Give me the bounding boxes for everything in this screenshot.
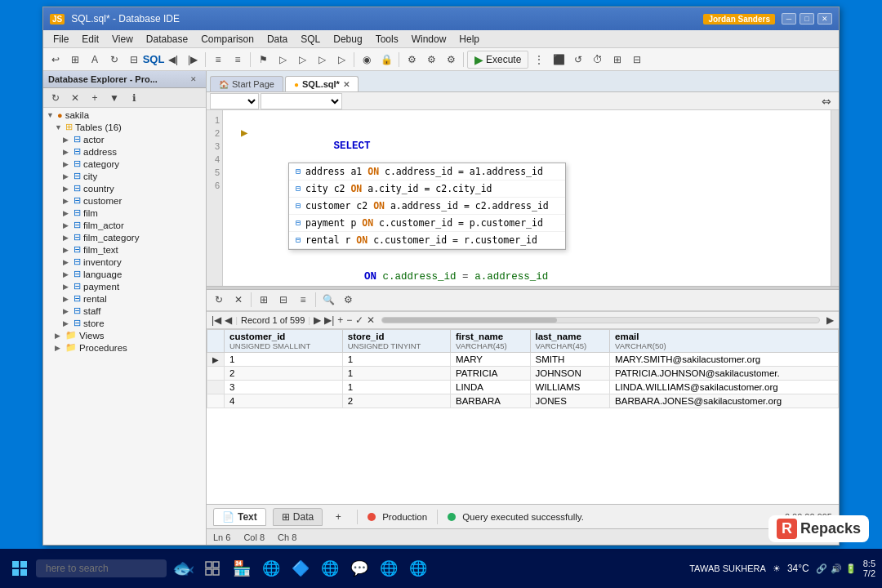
tab-text[interactable]: 📄 Text [213, 508, 266, 526]
taskbar-app-fish[interactable]: 🐟 [170, 555, 196, 581]
table-select[interactable] [261, 93, 342, 109]
menu-window[interactable]: Window [405, 32, 453, 47]
toolbar-align-left[interactable]: ≡ [209, 51, 227, 69]
toolbar-left-nav[interactable]: ◀| [164, 51, 182, 69]
ac-item-1[interactable]: ⊟ address a1 ON c.address_id = a1.addres… [289, 163, 565, 180]
toolbar-nav2[interactable]: ▷ [293, 51, 311, 69]
tree-table-film-text[interactable]: ▶ ⊟ film_text [61, 243, 204, 256]
toolbar-grid[interactable]: ⊟ [125, 51, 143, 69]
taskbar-search-input[interactable] [36, 559, 167, 577]
schema-select[interactable] [210, 93, 259, 109]
nav-scroll-right[interactable]: ▶ [826, 314, 834, 326]
nav-next[interactable]: ▶ [314, 314, 321, 326]
toolbar-exec-options[interactable]: ⋮ [530, 51, 548, 69]
menu-tools[interactable]: Tools [369, 32, 405, 47]
tree-table-film-actor[interactable]: ▶ ⊟ film_actor [61, 219, 204, 231]
tree-views[interactable]: ▶ 📁 Views [53, 329, 204, 341]
tree-table-payment[interactable]: ▶ ⊟ payment [61, 280, 204, 292]
toolbar-build2[interactable]: ⚙ [422, 51, 440, 69]
tab-data[interactable]: ⊞ Data [273, 508, 323, 526]
db-props[interactable]: ℹ [125, 89, 143, 107]
toolbar-new[interactable]: ↩ [47, 51, 65, 69]
results-refresh[interactable]: ↻ [210, 291, 228, 309]
taskbar-app-chrome2[interactable]: 🌐 [317, 555, 343, 581]
toolbar-build3[interactable]: ⚙ [442, 51, 460, 69]
menu-debug[interactable]: Debug [327, 32, 368, 47]
toolbar-table-view[interactable]: ⊟ [628, 51, 646, 69]
results-close[interactable]: ✕ [229, 291, 247, 309]
db-add[interactable]: + [86, 89, 104, 107]
table-row[interactable]: ▶ 1 1 MARY SMITH MARY.SMITH@sakilacustom… [207, 352, 839, 366]
db-explorer-close[interactable]: ✕ [186, 74, 201, 85]
results-table-view[interactable]: ⊟ [274, 291, 292, 309]
tab-start-page[interactable]: 🏠 Start Page [210, 76, 283, 91]
toolbar-lock[interactable]: 🔒 [377, 51, 395, 69]
sql-scrollbar[interactable] [831, 110, 839, 286]
menu-view[interactable]: View [105, 32, 140, 47]
menu-sql[interactable]: SQL [294, 32, 327, 47]
tree-table-address[interactable]: ▶ ⊟ address [61, 145, 204, 158]
toolbar-right-nav[interactable]: |▶ [184, 51, 202, 69]
toolbar-history[interactable]: ⏱ [589, 51, 607, 69]
toolbar-build1[interactable]: ⚙ [403, 51, 421, 69]
tree-table-inventory[interactable]: ▶ ⊟ inventory [61, 256, 204, 268]
toolbar-stop[interactable]: ◉ [358, 51, 376, 69]
minimize-button[interactable]: ─ [782, 13, 796, 24]
taskbar-app-whatsapp[interactable]: 💬 [346, 555, 372, 581]
toolbar-open[interactable]: ⊞ [66, 51, 84, 69]
menu-file[interactable]: File [47, 32, 75, 47]
toolbar-align-right[interactable]: ≡ [229, 51, 247, 69]
tree-tables[interactable]: ▼ ⊞ Tables (16) [53, 121, 204, 133]
menu-comparison[interactable]: Comparison [194, 32, 261, 47]
tab-sql[interactable]: ● SQL.sql* ✕ [285, 76, 359, 91]
toolbar-save[interactable]: A [86, 51, 104, 69]
toolbar-nav3[interactable]: ▷ [313, 51, 331, 69]
close-button[interactable]: ✕ [817, 13, 832, 24]
menu-data[interactable]: Data [261, 32, 294, 47]
db-filter[interactable]: ▼ [105, 89, 123, 107]
tree-table-staff[interactable]: ▶ ⊟ staff [61, 305, 204, 317]
taskbar-app-chrome4[interactable]: 🌐 [405, 555, 431, 581]
nav-last[interactable]: ▶| [324, 314, 334, 326]
nav-apply[interactable]: ✓ [355, 314, 363, 326]
h-scrollbar-track[interactable] [381, 317, 820, 323]
tree-table-country[interactable]: ▶ ⊟ country [61, 182, 204, 194]
toolbar-bookmark[interactable]: ⚑ [254, 51, 272, 69]
results-flat-view[interactable]: ≡ [294, 291, 312, 309]
toolbar-stop-exec[interactable]: ⬛ [550, 51, 568, 69]
nav-cancel[interactable]: ✕ [367, 314, 375, 326]
tree-table-film-category[interactable]: ▶ ⊟ film_category [61, 231, 204, 243]
menu-help[interactable]: Help [452, 32, 486, 47]
tree-table-actor[interactable]: ▶ ⊟ actor [61, 133, 204, 145]
ac-item-5[interactable]: ⊟ rental r ON c.customer_id = r.customer… [289, 232, 565, 249]
results-filter[interactable]: ⚙ [339, 291, 357, 309]
sql-text-area[interactable]: ▶ SELECT FROM customer c JOIN address a [223, 110, 831, 286]
menu-database[interactable]: Database [140, 32, 194, 47]
taskbar-app-chrome3[interactable]: 🌐 [376, 555, 402, 581]
ac-item-3[interactable]: ⊟ customer c2 ON a.address_id = c2.addre… [289, 198, 565, 215]
menu-edit[interactable]: Edit [75, 32, 105, 47]
editor-split[interactable]: ⇔ [817, 92, 835, 110]
nav-add[interactable]: + [337, 314, 343, 326]
db-close[interactable]: ✕ [66, 89, 84, 107]
toolbar-sql-mode[interactable]: SQL [145, 51, 163, 69]
tree-root[interactable]: ▼ ● sakila [45, 109, 204, 121]
toolbar-nav4[interactable]: ▷ [332, 51, 350, 69]
execute-button[interactable]: ▶ Execute [467, 51, 528, 69]
taskbar-app-store[interactable]: 🏪 [229, 555, 255, 581]
tree-procedures[interactable]: ▶ 📁 Procedures [53, 341, 204, 354]
table-row[interactable]: 3 1 LINDA WILLIAMS LINDA.WILLIAMS@sakila… [207, 380, 839, 394]
tree-table-rental[interactable]: ▶ ⊟ rental [61, 292, 204, 305]
autocomplete-dropdown[interactable]: ⊟ address a1 ON c.address_id = a1.addres… [288, 163, 566, 250]
results-grid-view[interactable]: ⊞ [255, 291, 273, 309]
ac-item-4[interactable]: ⊟ payment p ON c.customer_id = p.custome… [289, 215, 565, 232]
taskbar-app-multitask[interactable] [199, 555, 225, 581]
add-result-tab[interactable]: + [329, 508, 347, 526]
start-button[interactable] [7, 555, 33, 581]
table-row[interactable]: 4 2 BARBARA JONES BARBARA.JONES@sakilacu… [207, 394, 839, 408]
nav-prev[interactable]: ◀ [225, 314, 232, 326]
ac-item-2[interactable]: ⊟ city c2 ON a.city_id = c2.city_id [289, 180, 565, 198]
taskbar-app-edge[interactable]: 🔷 [287, 555, 314, 581]
nav-delete[interactable]: − [346, 314, 352, 326]
tree-table-city[interactable]: ▶ ⊟ city [61, 170, 204, 182]
